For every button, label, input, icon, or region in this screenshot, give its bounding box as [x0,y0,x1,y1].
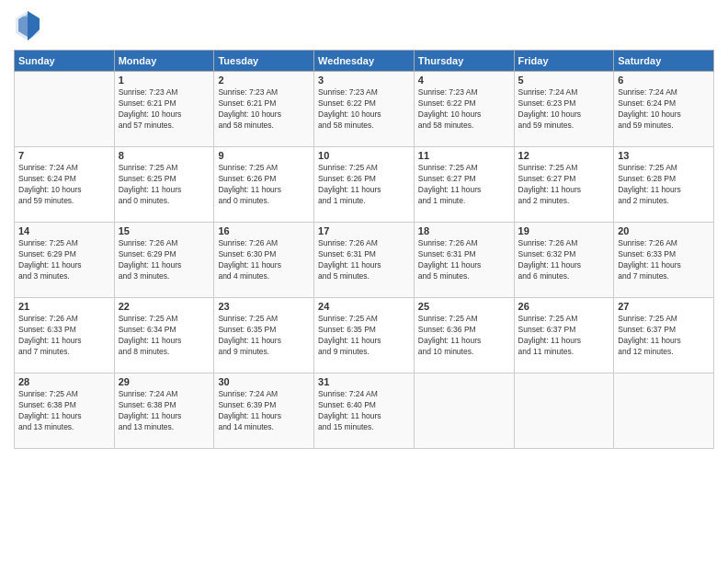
day-number: 31 [318,376,410,387]
day-number: 9 [218,150,310,161]
day-number: 20 [618,225,710,236]
day-info: Sunrise: 7:25 AM Sunset: 6:34 PM Dayligh… [119,314,210,358]
calendar-cell: 5Sunrise: 7:24 AM Sunset: 6:23 PM Daylig… [514,72,614,147]
day-info: Sunrise: 7:25 AM Sunset: 6:35 PM Dayligh… [318,314,410,358]
calendar-cell [414,373,514,449]
day-info: Sunrise: 7:23 AM Sunset: 6:21 PM Dayligh… [119,87,210,132]
header-day: Friday [514,51,614,72]
day-number: 29 [119,376,210,387]
calendar-cell: 25Sunrise: 7:25 AM Sunset: 6:36 PM Dayli… [414,298,514,373]
calendar-cell: 14Sunrise: 7:25 AM Sunset: 6:29 PM Dayli… [15,223,115,298]
calendar-cell: 17Sunrise: 7:26 AM Sunset: 6:31 PM Dayli… [314,223,415,298]
day-info: Sunrise: 7:24 AM Sunset: 6:38 PM Dayligh… [119,389,210,433]
calendar-cell [514,373,614,449]
day-info: Sunrise: 7:23 AM Sunset: 6:22 PM Dayligh… [418,87,510,132]
calendar-cell: 3Sunrise: 7:23 AM Sunset: 6:22 PM Daylig… [314,72,415,147]
calendar-week-row: 7Sunrise: 7:24 AM Sunset: 6:24 PM Daylig… [15,147,714,223]
day-info: Sunrise: 7:25 AM Sunset: 6:29 PM Dayligh… [18,238,110,282]
calendar-cell: 21Sunrise: 7:26 AM Sunset: 6:33 PM Dayli… [15,298,115,373]
day-info: Sunrise: 7:25 AM Sunset: 6:27 PM Dayligh… [518,163,610,207]
day-info: Sunrise: 7:24 AM Sunset: 6:24 PM Dayligh… [618,87,710,132]
logo-icon [14,9,41,42]
day-info: Sunrise: 7:25 AM Sunset: 6:27 PM Dayligh… [418,163,510,207]
day-number: 13 [618,150,710,161]
calendar-cell: 9Sunrise: 7:25 AM Sunset: 6:26 PM Daylig… [214,147,314,223]
calendar-cell: 10Sunrise: 7:25 AM Sunset: 6:26 PM Dayli… [314,147,415,223]
day-number: 8 [119,150,210,161]
day-number: 4 [418,75,510,86]
day-info: Sunrise: 7:24 AM Sunset: 6:40 PM Dayligh… [318,389,410,433]
day-number: 17 [318,225,410,236]
header-day: Sunday [15,51,115,72]
calendar-week-row: 1Sunrise: 7:23 AM Sunset: 6:21 PM Daylig… [15,72,714,147]
day-number: 27 [618,301,710,312]
calendar-cell: 6Sunrise: 7:24 AM Sunset: 6:24 PM Daylig… [614,72,714,147]
day-number: 24 [318,301,410,312]
day-info: Sunrise: 7:26 AM Sunset: 6:32 PM Dayligh… [518,238,610,282]
day-number: 25 [418,301,510,312]
day-number: 22 [119,301,210,312]
day-number: 21 [18,301,110,312]
day-info: Sunrise: 7:26 AM Sunset: 6:31 PM Dayligh… [418,238,510,282]
calendar-cell: 8Sunrise: 7:25 AM Sunset: 6:25 PM Daylig… [114,147,214,223]
day-info: Sunrise: 7:25 AM Sunset: 6:35 PM Dayligh… [218,314,310,358]
day-number: 5 [518,75,610,86]
day-info: Sunrise: 7:25 AM Sunset: 6:36 PM Dayligh… [418,314,510,358]
calendar-cell [15,72,115,147]
header-day: Monday [114,51,214,72]
day-info: Sunrise: 7:26 AM Sunset: 6:29 PM Dayligh… [119,238,210,282]
day-info: Sunrise: 7:25 AM Sunset: 6:38 PM Dayligh… [18,389,110,433]
day-info: Sunrise: 7:23 AM Sunset: 6:21 PM Dayligh… [218,87,310,132]
day-info: Sunrise: 7:24 AM Sunset: 6:23 PM Dayligh… [518,87,610,132]
calendar-cell: 19Sunrise: 7:26 AM Sunset: 6:32 PM Dayli… [514,223,614,298]
calendar-cell: 12Sunrise: 7:25 AM Sunset: 6:27 PM Dayli… [514,147,614,223]
day-info: Sunrise: 7:26 AM Sunset: 6:31 PM Dayligh… [318,238,410,282]
header-day: Saturday [614,51,714,72]
calendar-cell: 29Sunrise: 7:24 AM Sunset: 6:38 PM Dayli… [114,373,214,449]
calendar-cell: 16Sunrise: 7:26 AM Sunset: 6:30 PM Dayli… [214,223,314,298]
calendar-table: SundayMondayTuesdayWednesdayThursdayFrid… [14,50,714,449]
calendar-cell [614,373,714,449]
day-number: 12 [518,150,610,161]
header-day: Wednesday [314,51,415,72]
calendar-cell: 31Sunrise: 7:24 AM Sunset: 6:40 PM Dayli… [314,373,415,449]
calendar-cell: 1Sunrise: 7:23 AM Sunset: 6:21 PM Daylig… [114,72,214,147]
day-info: Sunrise: 7:26 AM Sunset: 6:33 PM Dayligh… [18,314,110,358]
day-info: Sunrise: 7:25 AM Sunset: 6:25 PM Dayligh… [119,163,210,207]
day-info: Sunrise: 7:24 AM Sunset: 6:24 PM Dayligh… [18,163,110,207]
day-number: 11 [418,150,510,161]
day-number: 15 [119,225,210,236]
calendar-cell: 26Sunrise: 7:25 AM Sunset: 6:37 PM Dayli… [514,298,614,373]
header [14,9,714,42]
calendar-week-row: 21Sunrise: 7:26 AM Sunset: 6:33 PM Dayli… [15,298,714,373]
day-info: Sunrise: 7:26 AM Sunset: 6:30 PM Dayligh… [218,238,310,282]
calendar-cell: 11Sunrise: 7:25 AM Sunset: 6:27 PM Dayli… [414,147,514,223]
day-number: 14 [18,225,110,236]
day-number: 28 [18,376,110,387]
calendar-cell: 27Sunrise: 7:25 AM Sunset: 6:37 PM Dayli… [614,298,714,373]
calendar-cell: 18Sunrise: 7:26 AM Sunset: 6:31 PM Dayli… [414,223,514,298]
calendar-cell: 4Sunrise: 7:23 AM Sunset: 6:22 PM Daylig… [414,72,514,147]
calendar-cell: 23Sunrise: 7:25 AM Sunset: 6:35 PM Dayli… [214,298,314,373]
day-info: Sunrise: 7:25 AM Sunset: 6:26 PM Dayligh… [218,163,310,207]
day-number: 3 [318,75,410,86]
calendar-cell: 22Sunrise: 7:25 AM Sunset: 6:34 PM Dayli… [114,298,214,373]
day-number: 6 [618,75,710,86]
day-number: 7 [18,150,110,161]
calendar-cell: 7Sunrise: 7:24 AM Sunset: 6:24 PM Daylig… [15,147,115,223]
day-number: 16 [218,225,310,236]
day-number: 1 [119,75,210,86]
day-number: 23 [218,301,310,312]
day-number: 10 [318,150,410,161]
calendar-cell: 20Sunrise: 7:26 AM Sunset: 6:33 PM Dayli… [614,223,714,298]
day-info: Sunrise: 7:25 AM Sunset: 6:28 PM Dayligh… [618,163,710,207]
day-number: 26 [518,301,610,312]
logo [14,9,45,42]
day-number: 18 [418,225,510,236]
calendar-cell: 2Sunrise: 7:23 AM Sunset: 6:21 PM Daylig… [214,72,314,147]
calendar-week-row: 14Sunrise: 7:25 AM Sunset: 6:29 PM Dayli… [15,223,714,298]
header-day: Tuesday [214,51,314,72]
day-info: Sunrise: 7:26 AM Sunset: 6:33 PM Dayligh… [618,238,710,282]
calendar-week-row: 28Sunrise: 7:25 AM Sunset: 6:38 PM Dayli… [15,373,714,449]
day-info: Sunrise: 7:25 AM Sunset: 6:37 PM Dayligh… [518,314,610,358]
